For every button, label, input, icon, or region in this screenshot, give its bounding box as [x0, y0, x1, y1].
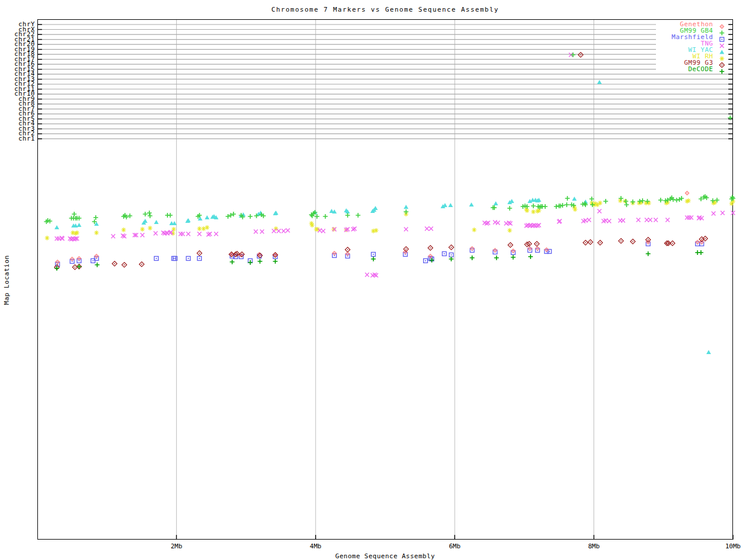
legend-symbol-wirh-icon	[713, 53, 728, 60]
x-tick-label-4Mb: 4Mb	[297, 542, 334, 550]
series-marshfield	[55, 242, 704, 267]
plot-border	[38, 20, 733, 540]
series-decode	[54, 250, 703, 271]
series-wi-rh	[45, 198, 735, 240]
legend-symbol-wiyac-icon	[713, 47, 728, 53]
series-gm99-gb4	[44, 52, 735, 224]
series-gm99-g3	[54, 52, 707, 270]
legend-label-decode: DeCODE	[688, 66, 713, 72]
legend-symbol-tng-icon	[713, 40, 728, 47]
legend-entry-marshfield: Marshfield	[656, 34, 728, 40]
x-tick-label-10Mb: 10Mb	[714, 542, 747, 550]
x-tick-label-2Mb: 2Mb	[158, 542, 195, 550]
legend: GenethonGM99 GB4MarshfieldTNGWI YACWI RH…	[656, 20, 728, 73]
legend-symbol-gm99gb4-icon	[713, 27, 728, 34]
legend-entry-decode: DeCODE	[656, 66, 728, 72]
series-wi-yac	[54, 80, 711, 354]
x-axis-label: Genome Sequence Assembly	[37, 552, 733, 560]
legend-symbol-decode-icon	[713, 66, 728, 72]
legend-symbol-marshfield-icon	[713, 34, 728, 40]
series-genethon	[55, 191, 703, 264]
x-tick-label-8Mb: 8Mb	[575, 542, 613, 550]
plot-area	[0, 0, 747, 560]
legend-symbol-genethon-icon	[713, 21, 728, 27]
x-tick-label-6Mb: 6Mb	[436, 542, 473, 550]
chart-canvas: Chromosome 7 Markers vs Genome Sequence …	[0, 0, 747, 560]
chromosome-label-chr1: chr1	[0, 136, 35, 142]
legend-symbol-gm99g3-icon	[713, 60, 728, 66]
